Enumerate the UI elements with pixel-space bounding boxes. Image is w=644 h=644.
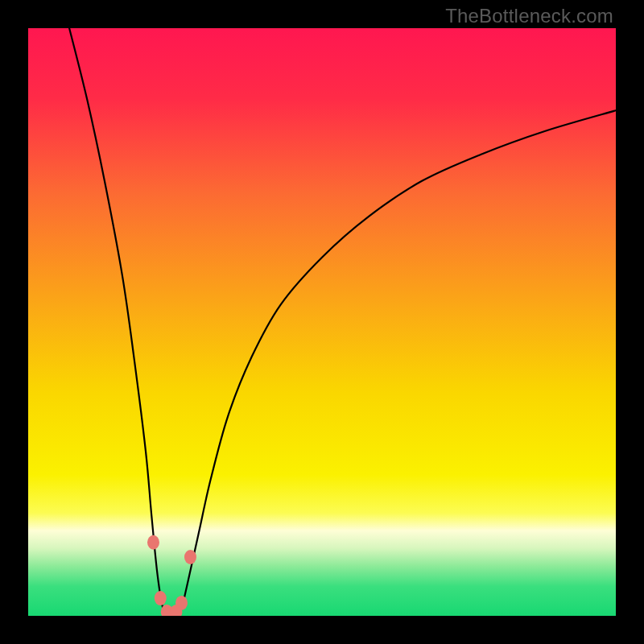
- plot-area: [28, 28, 616, 616]
- curve-layer: [28, 28, 616, 616]
- curve-marker: [184, 550, 196, 564]
- chart-frame: TheBottleneck.com: [0, 0, 644, 644]
- curve-marker: [147, 535, 159, 550]
- bottleneck-curve: [69, 28, 616, 616]
- curve-marker: [175, 596, 188, 610]
- watermark-text: TheBottleneck.com: [445, 5, 613, 27]
- curve-marker: [155, 591, 167, 605]
